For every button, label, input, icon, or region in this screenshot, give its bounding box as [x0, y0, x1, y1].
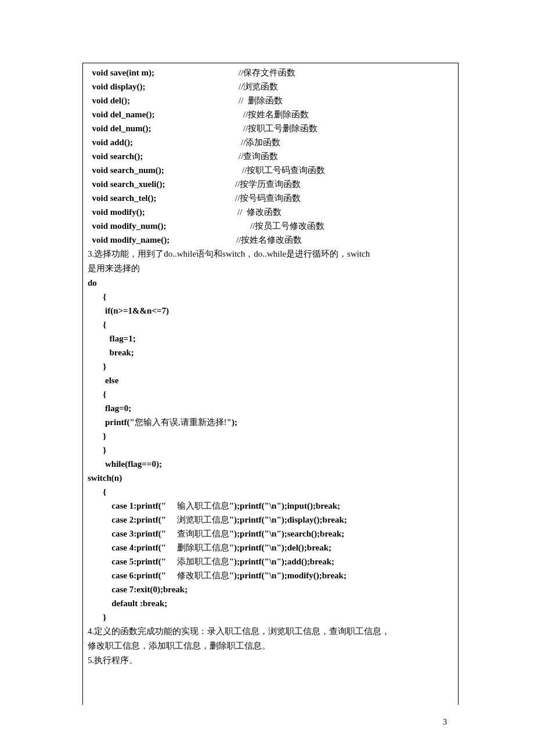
page: void save(int m);//保存文件函数 void display()… — [0, 0, 534, 756]
func-decl-11: void modify_num();//按员工号修改函数 — [88, 219, 453, 233]
case-line-0: case 1:printf(" 输入职工信息");printf("\n");in… — [88, 499, 453, 513]
paragraph-5: 5.执行程序。 — [88, 653, 453, 668]
do-line-13: while(flag==0); — [88, 457, 453, 471]
func-decl-5: void add();//添加函数 — [88, 135, 453, 149]
paragraph-4-line-b: 修改职工信息，添加职工信息，删除职工信息。 — [88, 639, 453, 653]
func-decl-3: void del_name();//按姓名删除函数 — [88, 107, 453, 121]
case-tail-2: } — [88, 610, 453, 624]
paragraph-3-line-a: 3.选择功能，用到了do..while语句和switch，do..while是进… — [88, 247, 453, 261]
func-decl-7: void search_num();//按职工号码查询函数 — [88, 163, 453, 177]
func-decl-12: void modify_name();//按姓名修改函数 — [88, 233, 453, 247]
func-decl-4: void del_num();//按职工号删除函数 — [88, 121, 453, 135]
func-decl-8: void search_xueli();//按学历查询函数 — [88, 177, 453, 191]
do-line-6: } — [88, 359, 453, 373]
do-line-10: printf("您输入有误,请重新选择!"); — [88, 415, 453, 429]
do-line-12: } — [88, 443, 453, 457]
func-decl-9: void search_tel();//按号码查询函数 — [88, 191, 453, 205]
do-line-8: { — [88, 387, 453, 401]
do-line-0: do — [88, 276, 453, 290]
func-decl-6: void search();//查询函数 — [88, 149, 453, 163]
case-tail-1: default :break; — [88, 596, 453, 610]
case-line-1: case 2:printf(" 浏览职工信息");printf("\n");di… — [88, 513, 453, 527]
do-line-14: switch(n) — [88, 471, 453, 485]
func-decl-0: void save(int m);//保存文件函数 — [88, 66, 453, 80]
case-tail-0: case 7:exit(0);break; — [88, 582, 453, 596]
case-line-3: case 4:printf(" 删除职工信息");printf("\n");de… — [88, 541, 453, 555]
paragraph-3-line-b: 是用来选择的 — [88, 261, 453, 276]
func-decl-1: void display();//浏览函数 — [88, 80, 453, 93]
content-box: void save(int m);//保存文件函数 void display()… — [82, 63, 459, 705]
case-line-2: case 3:printf(" 查询职工信息");printf("\n");se… — [88, 527, 453, 541]
do-line-9: flag=0; — [88, 401, 453, 415]
do-line-2: if(n>=1&&n<=7) — [88, 304, 453, 318]
do-line-3: { — [88, 318, 453, 332]
do-line-11: } — [88, 429, 453, 443]
do-line-7: else — [88, 373, 453, 387]
func-decl-2: void del();// 删除函数 — [88, 93, 453, 107]
case-line-5: case 6:printf(" 修改职工信息");printf("\n");mo… — [88, 568, 453, 582]
case-line-4: case 5:printf(" 添加职工信息");printf("\n");ad… — [88, 555, 453, 568]
do-line-15: { — [88, 485, 453, 499]
func-decl-10: void modify();// 修改函数 — [88, 205, 453, 219]
page-number: 3 — [443, 718, 447, 727]
do-line-4: flag=1; — [88, 332, 453, 345]
do-line-5: break; — [88, 345, 453, 359]
paragraph-4-line-a: 4.定义的函数完成功能的实现：录入职工信息，浏览职工信息，查询职工信息， — [88, 624, 453, 639]
do-line-1: { — [88, 290, 453, 304]
